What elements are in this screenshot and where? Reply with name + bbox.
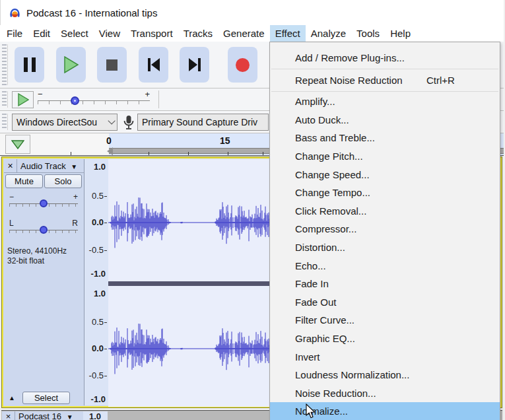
effect-menu-item-invert[interactable]: Invert [270, 347, 500, 366]
effect-menu-item-distortion[interactable]: Distortion... [270, 238, 500, 257]
menubar-analyze[interactable]: Analyze [306, 25, 351, 42]
menu-separator [271, 69, 498, 69]
pause-icon [24, 57, 36, 72]
stop-icon [106, 59, 118, 71]
gain-minus-label: − [9, 192, 14, 201]
audacity-logo-icon [9, 7, 21, 19]
menubar-help[interactable]: Help [385, 25, 416, 42]
track-menu-caret-icon: ▼ [67, 413, 73, 420]
audacity-window: Podcast 16 - International tips File Edi… [0, 0, 505, 420]
toolbar-divider [158, 90, 159, 108]
effect-menu-item-graphic-eq[interactable]: Graphic EQ... [270, 330, 500, 348]
menu-bar: File Edit Select View Transport Tracks G… [0, 25, 505, 42]
effect-menu-item-fade-in[interactable]: Fade In [270, 275, 500, 293]
track-format-info: Stereo, 44100Hz 32-bit float [7, 246, 67, 266]
effect-menu-item-compressor[interactable]: Compressor... [270, 220, 500, 238]
mouse-cursor-icon [306, 403, 318, 419]
window-title: Podcast 16 - International tips [26, 7, 157, 18]
menubar-select[interactable]: Select [55, 25, 94, 42]
effect-menu-item-filter-curve[interactable]: Filter Curve... [270, 311, 500, 330]
play-icon [17, 93, 29, 106]
track-title-dropdown[interactable]: Audio Track ▼ [17, 161, 77, 171]
track-title: Audio Track [20, 161, 66, 171]
effect-menu-item-loudness-normalization[interactable]: Loudness Normalization... [270, 366, 500, 384]
audio-host-dropdown[interactable]: Windows DirectSou [12, 114, 118, 131]
audio-host-value: Windows DirectSou [17, 117, 97, 127]
recording-device-dropdown[interactable]: Primary Sound Capture Driv [137, 114, 269, 131]
play-icon [63, 56, 79, 73]
track-title-dropdown[interactable]: Podcast 16 ▼ [15, 411, 73, 420]
effect-menu-item-echo[interactable]: Echo... [270, 256, 500, 275]
record-icon [236, 58, 250, 72]
pause-button[interactable] [15, 47, 44, 83]
gain-slider[interactable]: − + [9, 193, 78, 211]
menubar-edit[interactable]: Edit [28, 25, 55, 42]
speed-slider-thumb[interactable] [71, 96, 79, 105]
stop-button[interactable] [97, 47, 127, 83]
track-menu-caret-icon: ▼ [71, 163, 77, 170]
menubar-tools[interactable]: Tools [351, 25, 385, 42]
select-track-button[interactable]: Select [22, 392, 70, 404]
vertical-scale-ruler[interactable]: 1.0 [83, 411, 108, 420]
slider-plus-label: + [145, 89, 150, 99]
effect-menu-item-change-tempo[interactable]: Change Tempo... [270, 184, 500, 202]
shortcut-label: Ctrl+R [426, 75, 455, 86]
menubar-tracks[interactable]: Tracks [178, 25, 218, 42]
effect-menu-item-fade-out[interactable]: Fade Out [270, 293, 500, 312]
gain-slider-thumb[interactable] [40, 199, 48, 207]
timeline-label-15: 15 [220, 135, 230, 146]
pan-right-label: R [72, 219, 78, 228]
track-title: Podcast 16 [18, 411, 61, 420]
menu-item-add-remove-plugins[interactable]: Add / Remove Plug-ins... [270, 48, 500, 68]
menubar-view[interactable]: View [94, 25, 125, 42]
skip-to-start-button[interactable] [139, 47, 168, 83]
effect-menu-item-change-speed[interactable]: Change Speed... [270, 165, 500, 184]
toolbar-grip[interactable] [2, 114, 8, 130]
skip-to-end-button[interactable] [180, 47, 209, 83]
mute-button[interactable]: Mute [5, 174, 43, 188]
menu-item-repeat-noise-reduction[interactable]: Repeat Noise Reduction Ctrl+R [270, 70, 500, 90]
pan-slider[interactable]: L R [9, 220, 78, 237]
vertical-scale-ruler[interactable]: 1.0 0.5 0.0 -0.5 -1.0 1.0 0.5 0.0 -0.5 -… [84, 159, 108, 405]
microphone-icon [123, 115, 135, 130]
effect-menu-item-auto-duck[interactable]: Auto Duck... [270, 111, 500, 129]
effect-menu-item-amplify[interactable]: Amplify... [270, 92, 500, 111]
menubar-transport[interactable]: Transport [125, 25, 178, 42]
play-at-speed-button[interactable] [12, 91, 34, 108]
pan-slider-thumb[interactable] [40, 226, 48, 234]
track-control-panel: × Audio Track ▼ Mute Solo − + [4, 159, 84, 405]
toolbar-grip[interactable] [2, 91, 8, 108]
title-bar: Podcast 16 - International tips [0, 0, 505, 25]
skip-to-start-icon [147, 58, 161, 71]
slider-minus-label: − [38, 89, 43, 99]
track-close-button[interactable]: × [4, 159, 17, 172]
toolbar-grip[interactable] [2, 44, 8, 85]
timeline-label-0: 0 [106, 135, 112, 146]
effect-menu: Add / Remove Plug-ins... Repeat Noise Re… [269, 42, 500, 420]
play-button[interactable] [56, 47, 86, 83]
timeline-options-icon [11, 140, 24, 149]
skip-to-end-icon [187, 58, 202, 71]
menubar-effect[interactable]: Effect [270, 25, 306, 42]
playback-speed-slider[interactable]: − + [38, 92, 150, 108]
effect-menu-item-noise-reduction[interactable]: Noise Reduction... [270, 384, 500, 403]
playhead-marker-icon [107, 147, 113, 155]
track-close-button[interactable]: × [2, 411, 15, 420]
menubar-file[interactable]: File [1, 25, 28, 42]
effect-menu-item-change-pitch[interactable]: Change Pitch... [270, 147, 500, 166]
record-button[interactable] [228, 47, 257, 83]
effect-menu-item-click-removal[interactable]: Click Removal... [270, 202, 500, 221]
pan-left-label: L [9, 219, 14, 228]
gain-plus-label: + [73, 192, 78, 201]
recording-device-value: Primary Sound Capture Driv [142, 117, 257, 127]
chevron-down-icon [108, 117, 115, 124]
timeline-options-button[interactable] [5, 135, 30, 154]
menubar-generate[interactable]: Generate [218, 25, 270, 42]
effect-menu-item-bass-and-treble[interactable]: Bass and Treble... [270, 129, 500, 147]
collapse-track-button[interactable]: ▲ [5, 392, 18, 403]
menu-separator [271, 91, 498, 92]
effect-menu-item-normalize[interactable]: Normalize... [270, 402, 500, 420]
solo-button[interactable]: Solo [44, 174, 82, 188]
